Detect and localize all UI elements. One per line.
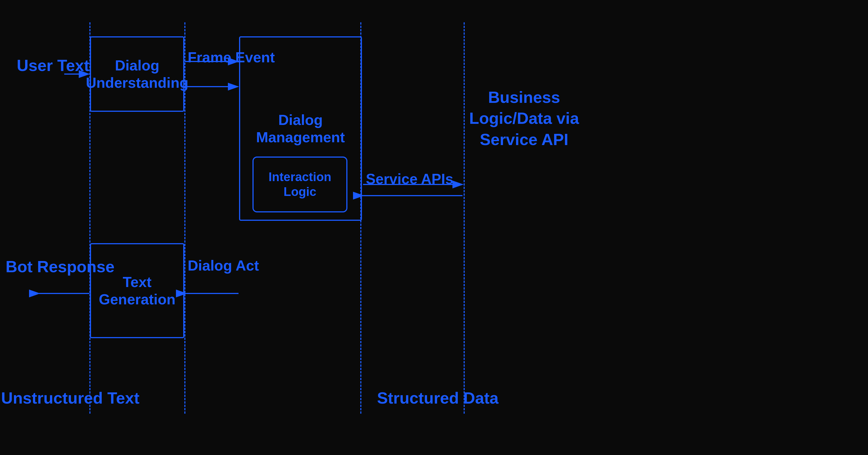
service-apis-label: Service APIs (366, 170, 453, 187)
structured-data-label: Structured Data (377, 389, 498, 407)
interaction-logic-box: Interaction Logic (252, 157, 347, 212)
business-logic-label: BusinessLogic/Data viaService API (469, 87, 579, 150)
bot-response-label: Bot Response (6, 257, 115, 276)
dialog-understanding-box: Dialog Understanding (90, 36, 184, 112)
dialog-understanding-label: Dialog Understanding (86, 57, 188, 92)
dialog-management-label: Dialog Management (240, 111, 361, 146)
dashed-line-4 (464, 22, 465, 414)
interaction-logic-label: Interaction Logic (254, 170, 346, 199)
text-generation-label: Text Generation (91, 273, 183, 308)
unstructured-text-label: Unstructured Text (1, 389, 140, 407)
dialog-act-label: Dialog Act (188, 257, 259, 274)
user-text-label: User Text (17, 56, 89, 75)
frame-event-label: Frame Event (188, 49, 275, 66)
diagram-container: Dialog Understanding Text Generation Dia… (0, 0, 868, 455)
